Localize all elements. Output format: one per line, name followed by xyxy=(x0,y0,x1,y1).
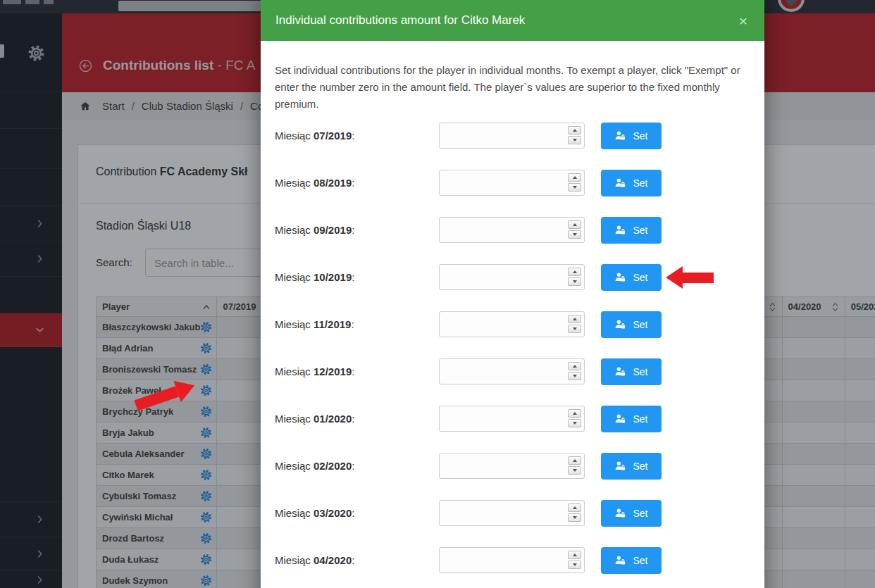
set-button-label: Set xyxy=(633,508,647,519)
amount-input[interactable] xyxy=(439,217,585,243)
number-spinner xyxy=(568,220,581,239)
set-button-label: Set xyxy=(633,461,647,472)
close-icon[interactable]: × xyxy=(739,13,747,28)
set-button[interactable]: Set xyxy=(601,500,662,527)
amount-input[interactable] xyxy=(439,406,585,432)
modal-body: Set individual contributions for the pla… xyxy=(261,41,764,573)
number-spinner xyxy=(568,551,581,569)
spinner-down-button[interactable] xyxy=(568,419,581,427)
individual-contributions-modal: Individual contributions amount for Citk… xyxy=(261,0,764,588)
modal-rows: Miesiąc 07/2019:SetMiesiąc 08/2019:SetMi… xyxy=(275,123,749,573)
amount-field-wrap xyxy=(439,500,585,526)
spinner-down-button[interactable] xyxy=(568,466,581,475)
user-lock-icon xyxy=(614,271,626,283)
modal-header: Individual contributions amount for Citk… xyxy=(261,0,764,41)
month-row: Miesiąc 07/2019:Set xyxy=(275,123,749,149)
set-button-label: Set xyxy=(633,130,647,142)
amount-input[interactable] xyxy=(439,170,585,196)
user-lock-icon xyxy=(614,130,626,142)
set-button[interactable]: Set xyxy=(601,453,662,480)
number-spinner xyxy=(568,268,581,286)
set-button[interactable]: Set xyxy=(601,123,662,149)
month-label: Miesiąc 01/2020: xyxy=(275,413,439,425)
month-label: Miesiąc 02/2020: xyxy=(275,460,439,472)
user-lock-icon xyxy=(614,413,626,425)
number-spinner xyxy=(568,173,581,192)
spinner-down-button[interactable] xyxy=(568,561,581,569)
spinner-up-button[interactable] xyxy=(568,409,581,418)
modal-title: Individual contributions amount for Citk… xyxy=(275,13,525,27)
amount-field-wrap xyxy=(439,123,585,149)
number-spinner xyxy=(568,126,581,144)
set-button-label: Set xyxy=(633,272,647,283)
amount-input[interactable] xyxy=(439,123,585,149)
annotation-arrow-set-button xyxy=(666,266,714,289)
amount-field-wrap xyxy=(439,358,585,384)
user-lock-icon xyxy=(614,554,626,566)
set-button[interactable]: Set xyxy=(601,264,662,291)
spinner-down-button[interactable] xyxy=(568,513,581,522)
set-button[interactable]: Set xyxy=(601,311,662,338)
user-lock-icon xyxy=(614,460,626,472)
number-spinner xyxy=(568,503,581,522)
month-label: Miesiąc 07/2019: xyxy=(275,130,439,142)
month-label: Miesiąc 04/2020: xyxy=(275,554,439,566)
set-button[interactable]: Set xyxy=(601,170,662,196)
spinner-down-button[interactable] xyxy=(568,372,581,380)
set-button-label: Set xyxy=(633,366,647,377)
month-row: Miesiąc 03/2020:Set xyxy=(275,500,749,526)
month-label: Miesiąc 03/2020: xyxy=(275,507,439,519)
spinner-up-button[interactable] xyxy=(568,315,581,323)
user-lock-icon xyxy=(614,224,626,236)
amount-input[interactable] xyxy=(439,358,585,384)
spinner-up-button[interactable] xyxy=(568,362,581,370)
amount-field-wrap xyxy=(439,217,585,243)
user-lock-icon xyxy=(614,507,626,519)
amount-field-wrap xyxy=(439,406,585,432)
month-row: Miesiąc 09/2019:Set xyxy=(275,217,749,243)
amount-input[interactable] xyxy=(439,547,585,573)
month-label: Miesiąc 09/2019: xyxy=(275,224,439,236)
set-button[interactable]: Set xyxy=(601,547,662,574)
spinner-up-button[interactable] xyxy=(568,268,581,276)
modal-description: Set individual contributions for the pla… xyxy=(275,62,751,113)
set-button-label: Set xyxy=(633,225,647,236)
user-lock-icon xyxy=(614,177,626,189)
month-label: Miesiąc 11/2019: xyxy=(275,318,439,330)
month-row: Miesiąc 02/2020:Set xyxy=(275,453,749,479)
number-spinner xyxy=(568,315,581,333)
amount-input[interactable] xyxy=(439,264,585,290)
spinner-up-button[interactable] xyxy=(568,503,581,512)
set-button[interactable]: Set xyxy=(601,358,662,385)
month-row: Miesiąc 08/2019:Set xyxy=(275,170,749,196)
set-button-label: Set xyxy=(633,177,647,189)
user-lock-icon xyxy=(614,365,626,377)
set-button-label: Set xyxy=(633,555,647,566)
spinner-up-button[interactable] xyxy=(568,220,581,229)
month-label: Miesiąc 08/2019: xyxy=(275,177,439,189)
amount-field-wrap xyxy=(439,264,585,290)
month-row: Miesiąc 01/2020:Set xyxy=(275,406,749,432)
amount-input[interactable] xyxy=(439,453,585,479)
spinner-down-button[interactable] xyxy=(568,325,581,333)
spinner-down-button[interactable] xyxy=(568,136,581,144)
spinner-up-button[interactable] xyxy=(568,551,581,559)
month-label: Miesiąc 10/2019: xyxy=(275,271,439,283)
set-button-label: Set xyxy=(633,413,647,425)
amount-field-wrap xyxy=(439,453,585,479)
number-spinner xyxy=(568,409,581,427)
number-spinner xyxy=(568,456,581,475)
set-button[interactable]: Set xyxy=(601,217,662,244)
set-button[interactable]: Set xyxy=(601,406,662,432)
amount-input[interactable] xyxy=(439,500,585,526)
amount-input[interactable] xyxy=(439,311,585,337)
spinner-up-button[interactable] xyxy=(568,456,581,465)
amount-field-wrap xyxy=(439,170,585,196)
spinner-up-button[interactable] xyxy=(568,126,581,135)
spinner-down-button[interactable] xyxy=(568,277,581,286)
spinner-down-button[interactable] xyxy=(568,230,581,239)
spinner-up-button[interactable] xyxy=(568,173,581,182)
amount-field-wrap xyxy=(439,311,585,337)
spinner-down-button[interactable] xyxy=(568,183,581,192)
month-label: Miesiąc 12/2019: xyxy=(275,365,439,377)
